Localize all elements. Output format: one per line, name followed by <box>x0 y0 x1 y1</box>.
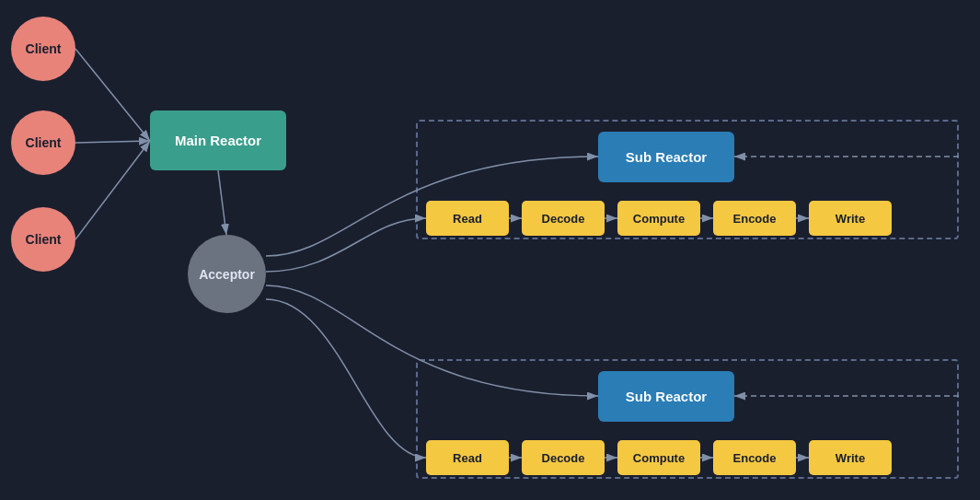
decode-bottom-node: Decode <box>522 440 605 475</box>
read-bottom-node: Read <box>426 440 509 475</box>
connections-svg <box>0 0 980 500</box>
svg-line-5 <box>218 170 226 235</box>
svg-line-2 <box>75 49 150 141</box>
encode-bottom-node: Encode <box>713 440 796 475</box>
main-reactor-node: Main Reactor <box>150 110 286 170</box>
client-node-1: Client <box>11 17 75 81</box>
svg-line-3 <box>75 141 150 143</box>
sub-reactor-top-node: Sub Reactor <box>598 132 734 182</box>
compute-bottom-node: Compute <box>617 440 700 475</box>
encode-top-node: Encode <box>713 201 796 236</box>
read-top-node: Read <box>426 201 509 236</box>
decode-top-node: Decode <box>522 201 605 236</box>
acceptor-node: Acceptor <box>188 235 266 313</box>
sub-reactor-bottom-node: Sub Reactor <box>598 371 734 422</box>
client-node-2: Client <box>11 110 75 175</box>
write-bottom-node: Write <box>809 440 892 475</box>
client-node-3: Client <box>11 207 75 272</box>
diagram-container: Client Client Client Main Reactor Accept… <box>0 0 980 500</box>
compute-top-node: Compute <box>617 201 700 236</box>
write-top-node: Write <box>809 201 892 236</box>
svg-line-4 <box>75 141 150 239</box>
